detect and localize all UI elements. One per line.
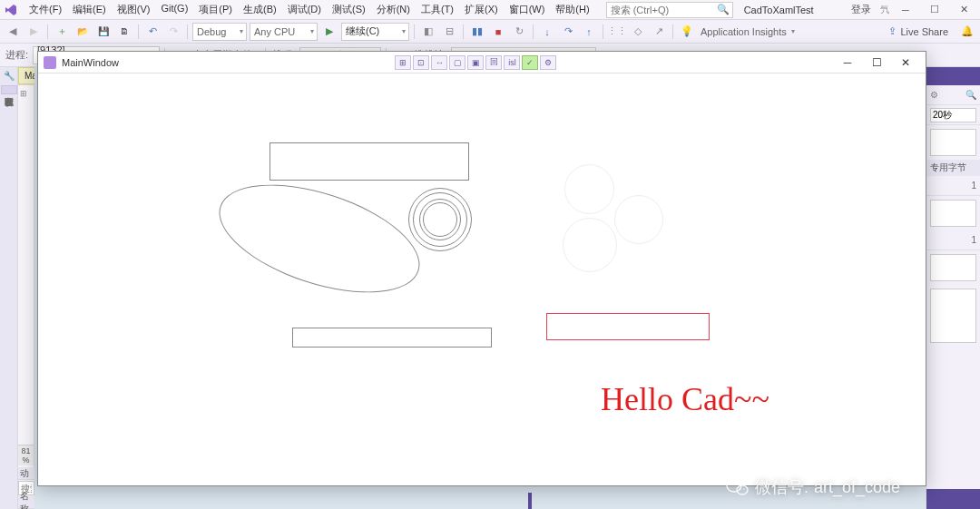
xaml-btn-3[interactable]: ▢ <box>449 55 466 70</box>
xaml-debug-toolbar: ⊞ ⊡ ↔ ▢ ▣ 回 isl ✓ ⚙ <box>395 55 556 70</box>
menu-test[interactable]: 测试(S) <box>327 0 371 19</box>
rail-toolbox-icon[interactable]: 🔧 <box>3 69 15 82</box>
bottom-splitter[interactable] <box>528 493 532 509</box>
project-name-label: CadToXamlTest <box>733 5 825 15</box>
app-minimize-button[interactable]: ─ <box>833 53 862 73</box>
notification-icon[interactable]: 🔔 <box>958 23 976 41</box>
save-button[interactable]: 💾 <box>94 23 113 41</box>
menu-tools[interactable]: 工具(T) <box>416 0 459 19</box>
diagnostics-header[interactable] <box>926 67 980 85</box>
menu-project[interactable]: 项目(P) <box>193 0 238 19</box>
shape-rectangle-2 <box>292 328 492 347</box>
shape-ring-inner <box>423 202 457 237</box>
xaml-btn-5[interactable]: 回 <box>485 55 502 70</box>
redo-button[interactable]: ↷ <box>164 23 182 41</box>
watermark-value: art_of_code <box>814 478 900 497</box>
diag-gear-icon[interactable]: ⚙ <box>930 90 938 100</box>
xaml-btn-4[interactable]: ▣ <box>467 55 484 70</box>
diag-cpu-chart[interactable] <box>930 254 976 281</box>
xaml-btn-check[interactable]: ✓ <box>522 55 538 70</box>
run-button[interactable]: ▶ <box>320 23 338 41</box>
menu-file[interactable]: 文件(F) <box>24 0 67 19</box>
step-over-button[interactable]: ↷ <box>559 23 577 41</box>
live-share-icon: ⇪ <box>888 25 897 37</box>
center-area: MainWindow ⊞ ⊡ ↔ ▢ ▣ 回 isl ✓ ⚙ ─ ☐ ✕ <box>34 67 926 509</box>
diag-events-chart[interactable] <box>930 129 976 156</box>
zoom-level-label[interactable]: 81 % <box>18 445 34 465</box>
menu-view[interactable]: 视图(V) <box>112 0 156 19</box>
shape-faint-circle-2 <box>614 195 663 244</box>
menu-build[interactable]: 生成(B) <box>238 0 282 19</box>
designer-toolbar-icon[interactable]: ⊞ <box>20 89 27 98</box>
tb-icon-2[interactable]: ⊟ <box>440 23 458 41</box>
hello-text-label: Hello Cad~~ <box>601 380 769 418</box>
svg-point-0 <box>727 479 741 492</box>
svg-point-3 <box>736 483 738 485</box>
live-share-button[interactable]: ⇪ Live Share <box>881 25 956 37</box>
shape-ellipse <box>206 163 433 314</box>
save-all-button[interactable]: 🗎 <box>115 23 133 41</box>
diag-section-memory[interactable]: 专用字节 <box>926 160 980 176</box>
login-link[interactable]: 登录 <box>846 3 877 16</box>
rail-diagnostics-tab[interactable]: 诊断和监视窗 <box>1 85 17 94</box>
menu-analyze[interactable]: 分析(N) <box>371 0 416 19</box>
config-dropdown[interactable]: Debug <box>192 23 247 41</box>
tb-misc-2[interactable]: ◇ <box>629 23 647 41</box>
window-maximize-button[interactable]: ☐ <box>922 1 947 19</box>
menu-edit[interactable]: 编辑(E) <box>67 0 112 19</box>
diag-memory-chart[interactable] <box>930 200 976 227</box>
nav-back-button[interactable]: ◀ <box>4 23 22 41</box>
undo-button[interactable]: ↶ <box>143 23 162 41</box>
diag-zoom-icon[interactable]: 🔍 <box>965 90 976 100</box>
pause-button[interactable]: ▮▮ <box>468 23 486 41</box>
menu-window[interactable]: 窗口(W) <box>504 0 551 19</box>
menu-help[interactable]: 帮助(H) <box>550 0 594 19</box>
app-titlebar[interactable]: MainWindow ⊞ ⊡ ↔ ▢ ▣ 回 isl ✓ ⚙ ─ ☐ ✕ <box>38 52 926 73</box>
running-app-window: MainWindow ⊞ ⊡ ↔ ▢ ▣ 回 isl ✓ ⚙ ─ ☐ ✕ <box>37 51 926 486</box>
svg-point-2 <box>730 483 732 485</box>
xaml-btn-1[interactable]: ⊡ <box>413 55 429 70</box>
insights-icon[interactable]: 💡 <box>678 23 696 41</box>
open-button[interactable]: 📂 <box>74 23 92 41</box>
step-into-button[interactable]: ↓ <box>538 23 556 41</box>
nav-forward-button[interactable]: ▶ <box>24 23 43 41</box>
menu-extensions[interactable]: 扩展(X) <box>459 0 504 19</box>
xaml-btn-0[interactable]: ⊞ <box>395 55 411 70</box>
autos-header[interactable]: 自动窗 <box>18 467 34 480</box>
tb-misc-3[interactable]: ↗ <box>650 23 668 41</box>
diag-footer[interactable] <box>926 489 980 509</box>
xaml-btn-gear[interactable]: ⚙ <box>540 55 556 70</box>
insights-label[interactable]: Application Insights <box>699 26 789 37</box>
tb-icon-1[interactable]: ◧ <box>419 23 437 41</box>
continue-button[interactable]: 继续(C) <box>341 23 409 41</box>
shape-rectangle-red <box>546 313 710 340</box>
restart-button[interactable]: ↻ <box>510 23 528 41</box>
diag-time-input[interactable] <box>930 108 976 122</box>
app-close-button[interactable]: ✕ <box>891 53 920 73</box>
new-file-button[interactable]: ＋ <box>53 23 71 41</box>
step-out-button[interactable]: ↑ <box>580 23 598 41</box>
diag-toolbar[interactable]: ⚙ 🔍 <box>926 85 980 105</box>
xaml-btn-2[interactable]: ↔ <box>431 55 447 70</box>
svg-point-5 <box>743 488 745 490</box>
shape-faint-circle-3 <box>563 218 617 272</box>
shape-rectangle-1 <box>270 142 469 181</box>
app-canvas[interactable]: Hello Cad~~ 微信号: art_of_code <box>38 73 926 485</box>
menu-debug[interactable]: 调试(D) <box>282 0 327 19</box>
menu-items: 文件(F) 编辑(E) 视图(V) Git(G) 项目(P) 生成(B) 调试(… <box>24 0 595 19</box>
menu-git[interactable]: Git(G) <box>155 0 193 19</box>
diag-extra-chart[interactable] <box>930 289 976 343</box>
toolbar-main: ◀ ▶ ＋ 📂 💾 🗎 ↶ ↷ Debug Any CPU ▶ 继续(C) ◧ … <box>0 20 980 44</box>
xaml-btn-isl[interactable]: isl <box>504 55 520 70</box>
window-close-button[interactable]: ✕ <box>951 1 976 19</box>
left-panel: Main ⊞ 81 % 自动窗 名称 <box>18 67 34 509</box>
designer-panel[interactable]: ⊞ 81 % <box>18 85 34 467</box>
app-maximize-button[interactable]: ☐ <box>862 53 891 73</box>
platform-dropdown[interactable]: Any CPU <box>250 23 318 41</box>
tb-misc-1[interactable]: ⋮⋮ <box>608 23 626 41</box>
process-label: 进程: <box>4 48 30 62</box>
login-avatar-icon[interactable]: 氕 <box>880 4 889 16</box>
window-minimize-button[interactable]: ─ <box>893 1 918 19</box>
stop-button[interactable]: ■ <box>489 23 507 41</box>
quick-search-input[interactable] <box>606 2 733 18</box>
